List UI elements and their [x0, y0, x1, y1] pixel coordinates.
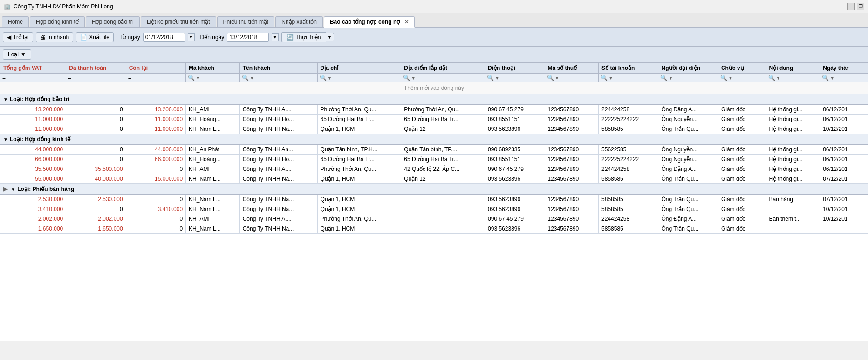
cell-13: 06/12/201: [820, 164, 868, 174]
print-button[interactable]: 🖨 In nhanh: [36, 32, 74, 42]
cell-12: Hệ thống gi...: [766, 164, 820, 174]
filter-noi-dung[interactable]: 🔍▼: [766, 74, 820, 82]
cell-5: Quận Tân bình, TP.H...: [317, 145, 401, 155]
cell-6: 65 Đường Hai Bà Tr...: [401, 115, 485, 124]
table-row[interactable]: 13.200.000013.200.000KH_AMICông Ty TNHH …: [0, 105, 868, 115]
cell-13: 10/12/201: [820, 214, 868, 224]
cell-5: Quận 1, HCM: [317, 174, 401, 184]
tab-nhapxuatton[interactable]: Nhập xuất tồn: [275, 16, 323, 27]
cell-7: 090 67 45 279: [485, 214, 545, 224]
cell-10: Ông Nguyễn...: [658, 115, 718, 124]
cell-11: Giám đốc: [718, 224, 766, 234]
filter-dien-thoai[interactable]: 🔍▼: [485, 74, 545, 82]
title-bar: 🏢 Công Ty TNHH DV Phần Mềm Phi Long — ❐: [0, 0, 868, 13]
back-icon: ◀: [7, 34, 11, 41]
cell-7: 093 5623896: [485, 124, 545, 134]
cell-0: 11.000.000: [0, 124, 66, 134]
cell-10: Ông Đặng A...: [658, 214, 718, 224]
cell-10: Ông Trần Qu...: [658, 195, 718, 204]
cell-4: Công Ty TNHH Na...: [239, 174, 317, 184]
execute-dropdown[interactable]: ▼: [326, 33, 335, 41]
filter-ma-khach[interactable]: 🔍▼: [186, 74, 240, 82]
tab-home[interactable]: Home: [2, 16, 29, 27]
cell-1: 2.002.000: [66, 214, 126, 224]
cell-5: Phường Thới An, Qu...: [317, 214, 401, 224]
cell-12: Hệ thống gi...: [766, 174, 820, 184]
filter-so-tai-khoan[interactable]: 🔍▼: [599, 74, 658, 82]
cell-7: 093 5623896: [485, 195, 545, 204]
to-date-dropdown[interactable]: ▼: [272, 33, 279, 41]
execute-button[interactable]: 🔄 Thực hiện: [281, 32, 325, 42]
cell-2: 66.000.000: [126, 155, 185, 164]
cell-13: 06/12/201: [820, 105, 868, 115]
group-row-kinhte[interactable]: ▼Loại: Hợp đồng kinh tế: [0, 134, 868, 145]
table-row[interactable]: 3.410.00003.410.000KH_Nam L...Công Ty TN…: [0, 204, 868, 214]
cell-11: Giám đốc: [718, 204, 766, 214]
cell-8: 1234567890: [545, 124, 599, 134]
tab-hopdonkinhte[interactable]: Hợp đồng kinh tế: [30, 16, 85, 27]
filter-chuc-vu[interactable]: 🔍▼: [718, 74, 766, 82]
cell-9: 5858585: [599, 195, 658, 204]
table-row[interactable]: 35.500.00035.500.0000KH_AMICông Ty TNHH …: [0, 164, 868, 174]
cell-11: Giám đốc: [718, 164, 766, 174]
export-button[interactable]: 📄 Xuất file: [76, 32, 114, 42]
col-ma-khach: Mã khách: [186, 63, 240, 74]
table-row[interactable]: 1.650.0001.650.0000KH_Nam L...Công Ty TN…: [0, 224, 868, 234]
cell-8: 1234567890: [545, 204, 599, 214]
col-ten-khach: Tên khách: [239, 63, 317, 74]
col-noi-dung: Nội dung: [766, 63, 820, 74]
export-label: Xuất file: [89, 34, 109, 41]
cell-2: 13.200.000: [126, 105, 185, 115]
export-icon: 📄: [80, 34, 87, 41]
table-row[interactable]: 2.002.0002.002.0000KH_AMICông Ty TNHH A.…: [0, 214, 868, 224]
group-row-baotri[interactable]: ▼Loại: Hợp đồng bảo trì: [0, 94, 868, 105]
table-row[interactable]: 11.000.000011.000.000KH_Hoàng...Công Ty …: [0, 115, 868, 124]
cell-3: KH_Hoàng...: [186, 115, 240, 124]
title-bar-left: 🏢 Công Ty TNHH DV Phần Mềm Phi Long: [4, 3, 113, 10]
table-row[interactable]: 55.000.00040.000.00015.000.000KH_Nam L..…: [0, 174, 868, 184]
cell-10: Ông Nguyễn...: [658, 155, 718, 164]
tab-lietke[interactable]: Liệt kê phiếu thu tiền mặt: [141, 16, 216, 27]
loai-button[interactable]: Loại ▼: [3, 49, 31, 60]
main-table: Tổng gồm VAT Đã thanh toán Còn lại Mã kh…: [0, 62, 868, 234]
cell-8: 1234567890: [545, 115, 599, 124]
table-row[interactable]: 44.000.000044.000.000KH_An PhátCông Ty T…: [0, 145, 868, 155]
filter-ten-khach[interactable]: 🔍▼: [239, 74, 317, 82]
cell-7: 090 67 45 279: [485, 105, 545, 115]
tab-hopdongbaotri[interactable]: Hợp đồng bảo trì: [86, 16, 140, 27]
cell-8: 1234567890: [545, 164, 599, 174]
filter-dia-chi[interactable]: 🔍▼: [317, 74, 401, 82]
tab-baocao-close[interactable]: ✕: [404, 19, 409, 25]
cell-0: 3.410.000: [0, 204, 66, 214]
table-row[interactable]: 66.000.000066.000.000KH_Hoàng...Công Ty …: [0, 155, 868, 164]
cell-6: [401, 204, 485, 214]
cell-1: 40.000.000: [66, 174, 126, 184]
to-date-input[interactable]: [227, 33, 269, 42]
filter-row: = = = 🔍▼ 🔍▼ 🔍▼ 🔍▼ 🔍▼ 🔍▼ 🔍▼ 🔍▼ 🔍▼ 🔍▼ 🔍▼: [0, 74, 868, 82]
cell-2: 0: [126, 164, 185, 174]
cell-12: Hệ thống gi...: [766, 145, 820, 155]
add-new-row[interactable]: Thêm mới vào dòng này: [0, 82, 868, 94]
filter-dia-diem[interactable]: 🔍▼: [401, 74, 485, 82]
filter-ngay-thar[interactable]: 🔍▼: [820, 74, 868, 82]
tab-baocao[interactable]: Báo cáo tổng hợp công nợ ✕: [324, 16, 415, 28]
from-date-label: Từ ngày: [119, 34, 140, 41]
cell-2: 15.000.000: [126, 174, 185, 184]
tab-phieuthu[interactable]: Phiếu thu tiền mặt: [217, 16, 275, 27]
cell-1: 0: [66, 115, 126, 124]
cell-9: 5858585: [599, 124, 658, 134]
table-row[interactable]: 11.000.000011.000.000KH_Nam L...Công Ty …: [0, 124, 868, 134]
filter-nguoi-dai-dien[interactable]: 🔍▼: [658, 74, 718, 82]
restore-button[interactable]: ❐: [857, 3, 864, 10]
back-button[interactable]: ◀ Trở lại: [3, 32, 33, 42]
cell-10: Ông Đặng A...: [658, 105, 718, 115]
execute-icon: 🔄: [287, 34, 294, 41]
filter-ma-so-thue[interactable]: 🔍▼: [545, 74, 599, 82]
group-row-phieubanhang[interactable]: ▶ ▼Loại: Phiếu bán hàng: [0, 184, 868, 195]
cell-10: Ông Trần Qu...: [658, 124, 718, 134]
minimize-button[interactable]: —: [847, 3, 855, 10]
cell-7: 093 5623896: [485, 174, 545, 184]
from-date-dropdown[interactable]: ▼: [188, 33, 195, 41]
table-row[interactable]: 2.530.0002.530.0000KH_Nam L...Công Ty TN…: [0, 195, 868, 204]
from-date-input[interactable]: [143, 33, 185, 42]
